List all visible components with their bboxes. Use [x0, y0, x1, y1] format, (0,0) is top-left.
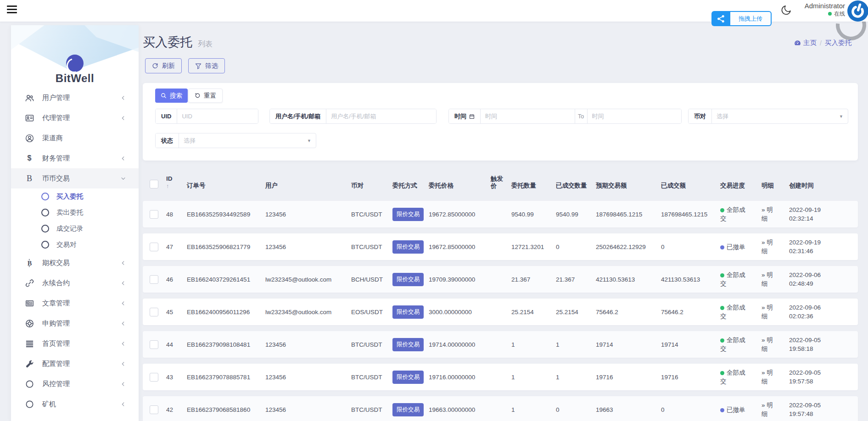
cell-filled-amount: 19716 [661, 364, 678, 390]
cell-expected-amount: 75646.2 [596, 299, 618, 325]
cell-quantity: 21.367 [511, 266, 530, 293]
cell-trigger-price [491, 233, 506, 260]
cell-id: 43 [166, 364, 173, 390]
cell-order-no: EB1662379068581860 [187, 396, 250, 421]
cell-user: 123456 [265, 201, 286, 227]
order-type-badge: 限价交易 [392, 273, 424, 286]
cell-trigger-price [491, 364, 506, 390]
cell-filled-amount: 19714 [661, 331, 678, 358]
cell-order-no: EB1662379078885781 [187, 364, 250, 390]
detail-link[interactable]: » 明细 [762, 266, 779, 293]
cell-progress: 全部成交 [720, 299, 750, 325]
cell-id: 48 [166, 201, 173, 227]
cloud-share-icon [711, 11, 730, 26]
order-type-badge: 限价交易 [392, 338, 424, 351]
detail-link[interactable]: » 明细 [762, 299, 779, 325]
cell-user: 123456 [265, 331, 286, 358]
drag-upload-label: 拖拽上传 [730, 11, 772, 26]
table-row: 43 EB1662379078885781 123456 BTC/USDT 限价… [143, 364, 858, 390]
cell-progress: 已撤单 [720, 233, 750, 260]
cell-pair: BCH/USDT [351, 266, 383, 293]
cell-filled-quantity: 0 [556, 396, 560, 421]
cell-price: 19714.00000000 [429, 331, 475, 358]
cell-filled-amount: 75646.2 [661, 299, 683, 325]
cell-created-at: 2022-09-06 02:02:36 [789, 299, 829, 325]
order-type-badge: 限价交易 [392, 240, 424, 254]
detail-link[interactable]: » 明细 [762, 396, 779, 421]
order-type-badge: 限价交易 [392, 305, 424, 319]
cell-created-at: 2022-09-05 19:58:18 [789, 331, 829, 358]
row-checkbox[interactable] [150, 243, 158, 251]
cell-created-at: 2022-09-19 02:32:14 [789, 201, 829, 227]
cell-progress: 全部成交 [720, 266, 750, 293]
cell-filled-amount: 0 [661, 233, 665, 260]
status-dot [720, 338, 724, 343]
cell-filled-quantity: 21.367 [556, 266, 575, 293]
cell-filled-quantity: 1 [556, 331, 560, 358]
order-type-badge: 限价交易 [392, 403, 424, 416]
status-dot [720, 273, 724, 277]
order-type-badge: 限价交易 [392, 208, 424, 221]
status-dot [720, 208, 724, 212]
cell-filled-amount: 421130.53613 [661, 266, 700, 293]
cell-progress: 全部成交 [720, 201, 750, 227]
cell-created-at: 2022-09-19 02:31:46 [789, 233, 829, 260]
cell-user: 123456 [265, 233, 286, 260]
detail-link[interactable]: » 明细 [762, 331, 779, 358]
cell-created-at: 2022-09-05 19:57:48 [789, 396, 829, 421]
status-dot [720, 306, 724, 310]
cell-quantity: 1 [511, 331, 515, 358]
detail-link[interactable]: » 明细 [762, 201, 779, 227]
cell-order-no: EB1663525934492589 [187, 201, 250, 227]
cell-price: 19672.85000000 [429, 233, 475, 260]
row-checkbox[interactable] [150, 308, 158, 316]
cell-filled-amount: 187698465.1215 [661, 201, 707, 227]
dark-mode-moon-icon[interactable] [780, 4, 792, 16]
table-row: 48 EB1663525934492589 123456 BTC/USDT 限价… [143, 201, 858, 227]
cell-trigger-price [491, 331, 506, 358]
cell-order-no: EB1662400956011296 [187, 299, 250, 325]
cell-pair: BTC/USDT [351, 396, 382, 421]
cell-trigger-price [491, 201, 506, 227]
user-info[interactable]: Administrator 在线 [805, 2, 845, 17]
cell-expected-amount: 250264622.12929 [596, 233, 646, 260]
table-body: 48 EB1663525934492589 123456 BTC/USDT 限价… [0, 0, 868, 421]
cell-quantity: 12721.3201 [511, 233, 544, 260]
cell-progress: 已撤单 [720, 396, 750, 421]
table-row: 44 EB1662379098108481 123456 BTC/USDT 限价… [143, 331, 858, 358]
admin-name: Administrator [805, 2, 845, 11]
row-checkbox[interactable] [150, 210, 158, 219]
table-row: 46 EB1662403729261451 lw232345@outlook.c… [143, 266, 858, 293]
online-status-dot [828, 12, 832, 16]
drag-upload-widget[interactable]: 拖拽上传 [711, 11, 772, 26]
cell-filled-quantity: 1 [556, 364, 560, 390]
cell-trigger-price [491, 396, 506, 421]
cell-pair: BTC/USDT [351, 364, 382, 390]
cell-progress: 全部成交 [720, 364, 750, 390]
cell-user: lw232345@outlook.com [265, 299, 331, 325]
status-dot [720, 245, 724, 249]
cell-quantity: 1 [511, 396, 515, 421]
hamburger-menu-icon[interactable] [7, 6, 17, 14]
cell-progress: 全部成交 [720, 331, 750, 358]
cell-quantity: 9540.99 [511, 201, 534, 227]
cell-price: 19672.85000000 [429, 201, 475, 227]
row-checkbox[interactable] [150, 275, 158, 284]
row-checkbox[interactable] [150, 405, 158, 414]
status-dot [720, 408, 724, 412]
cell-price: 19716.00000000 [429, 364, 475, 390]
avatar-power-logo[interactable] [847, 0, 868, 22]
detail-link[interactable]: » 明细 [762, 233, 779, 260]
cell-pair: BTC/USDT [351, 201, 382, 227]
row-checkbox[interactable] [150, 340, 158, 349]
cell-id: 47 [166, 233, 173, 260]
online-status-label: 在线 [834, 11, 845, 17]
row-checkbox[interactable] [150, 373, 158, 382]
cell-quantity: 1 [511, 364, 515, 390]
cell-quantity: 25.2154 [511, 299, 534, 325]
detail-link[interactable]: » 明细 [762, 364, 779, 390]
table-row: 45 EB1662400956011296 lw232345@outlook.c… [143, 299, 858, 325]
cell-user: lw232345@outlook.com [265, 266, 331, 293]
cell-id: 42 [166, 396, 173, 421]
cell-expected-amount: 19714 [596, 331, 613, 358]
